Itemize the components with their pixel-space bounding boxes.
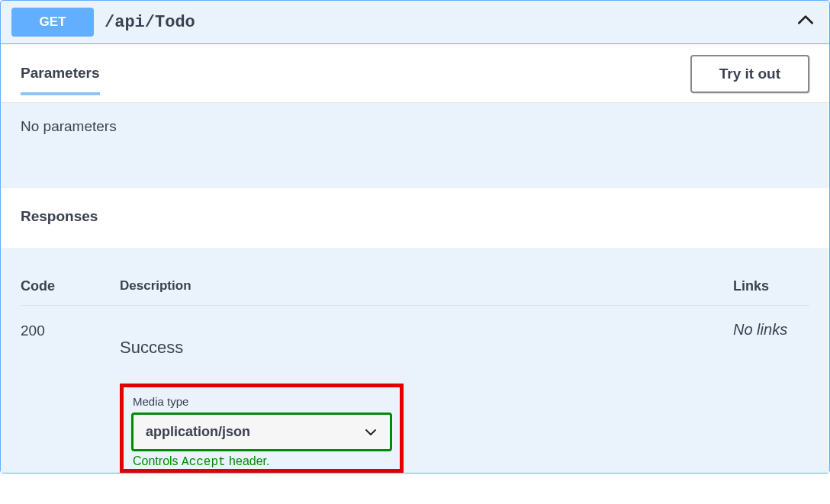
media-type-highlight-box: Media type application/json Controls Acc… [120, 384, 404, 473]
parameters-tab[interactable]: Parameters [21, 65, 100, 95]
operation-summary[interactable]: GET /api/Todo [1, 1, 829, 43]
responses-table-header: Code Description Links [21, 278, 809, 306]
endpoint-path: /api/Todo [105, 13, 195, 32]
chevron-up-icon [796, 11, 816, 30]
response-links: No links [733, 321, 809, 339]
media-type-value: application/json [146, 424, 250, 440]
col-header-code: Code [21, 278, 120, 294]
accept-note-prefix: Controls [133, 454, 182, 467]
no-parameters-text: No parameters [21, 118, 117, 134]
media-type-label: Media type [133, 395, 392, 408]
accept-header-note: Controls Accept header. [133, 454, 392, 469]
chevron-down-icon [364, 425, 378, 439]
operation-block: GET /api/Todo Parameters Try it out No p… [0, 0, 830, 474]
responses-body: Code Description Links 200 Success Media… [1, 248, 829, 473]
col-header-description: Description [120, 278, 733, 294]
response-description-cell: Success Media type application/json Cont… [120, 321, 733, 473]
operation-body: Parameters Try it out No parameters Resp… [1, 43, 829, 473]
response-row: 200 Success Media type application/json … [21, 321, 809, 473]
responses-heading: Responses [1, 188, 829, 248]
http-method-badge: GET [11, 8, 94, 37]
parameters-header: Parameters Try it out [1, 44, 829, 103]
accept-note-code: Accept [182, 455, 226, 469]
accept-note-suffix: header. [226, 454, 270, 467]
parameters-body: No parameters [1, 103, 829, 188]
response-code: 200 [21, 321, 120, 339]
collapse-toggle[interactable] [796, 11, 816, 34]
col-header-links: Links [733, 278, 809, 294]
try-it-out-button[interactable]: Try it out [690, 55, 809, 93]
response-description: Success [120, 338, 733, 358]
media-type-select[interactable]: application/json [131, 413, 392, 451]
